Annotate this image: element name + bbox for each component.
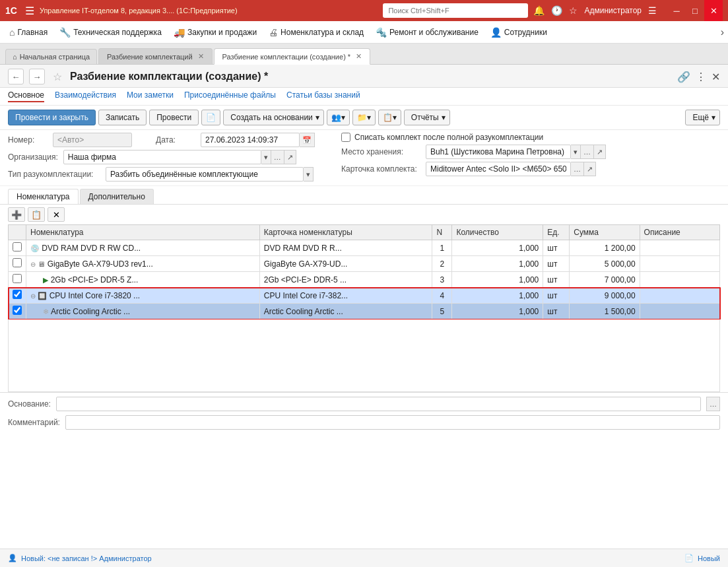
- row2-checkbox[interactable]: [13, 258, 22, 267]
- tab-home[interactable]: ⌂ Начальная страница: [5, 49, 97, 64]
- kit-input[interactable]: [426, 162, 571, 176]
- maximize-button[interactable]: □: [686, 0, 704, 21]
- table-row[interactable]: 💿 DVD RAM DVD R RW CD... DVD RAM DVD R R…: [9, 240, 720, 256]
- basis-label: Основание:: [8, 399, 51, 409]
- kit-more[interactable]: …: [571, 162, 584, 176]
- notification-icon[interactable]: 🔔: [533, 5, 545, 16]
- search-input[interactable]: [383, 3, 528, 18]
- storage-input-group: ▾ … ↗: [426, 145, 606, 159]
- folder-button[interactable]: 📁▾: [352, 110, 376, 125]
- save-button[interactable]: Записать: [98, 110, 147, 125]
- forward-button[interactable]: →: [29, 69, 45, 84]
- menu-home[interactable]: ⌂ Главная: [4, 24, 53, 40]
- col-qty: Количество: [452, 225, 543, 240]
- menu-staff[interactable]: 👤 Сотрудники: [485, 24, 552, 40]
- menu-more-icon[interactable]: ›: [721, 26, 724, 38]
- tab-nomenclature[interactable]: Номенклатура: [8, 189, 79, 204]
- comment-input[interactable]: [65, 415, 720, 430]
- tab-disassembly-create-close[interactable]: ✕: [356, 52, 362, 61]
- close-button[interactable]: ✕: [704, 0, 723, 21]
- table-row[interactable]: ❄ Arctic Cooling Arctic ... Arctic Cooli…: [9, 304, 720, 319]
- user-menu-icon[interactable]: ☰: [648, 5, 657, 16]
- row4-card: CPU Intel Core i7-382...: [259, 288, 432, 304]
- menu-catalog[interactable]: 🖨 Номенклатура и склад: [263, 24, 369, 40]
- date-picker-button[interactable]: 📅: [300, 133, 315, 147]
- link-knowledge[interactable]: Статьи базы знаний: [286, 90, 360, 102]
- link-vzaimod[interactable]: Взаимодействия: [55, 90, 116, 102]
- org-link-button[interactable]: ↗: [284, 150, 296, 164]
- back-button[interactable]: ←: [8, 69, 24, 84]
- table-row[interactable]: ⊖ 🔲 CPU Intel Core i7-3820 ... CPU Intel…: [9, 288, 720, 304]
- link-files[interactable]: Присоединённые файлы: [184, 90, 276, 102]
- more-button[interactable]: Ещё ▾: [685, 110, 720, 125]
- col-n: N: [432, 225, 452, 240]
- disassembly-type-dropdown[interactable]: ▾: [304, 167, 314, 182]
- number-input[interactable]: [53, 133, 132, 147]
- row1-unit: шт: [543, 240, 570, 256]
- date-input[interactable]: [201, 133, 300, 147]
- row4-unit: шт: [543, 288, 570, 304]
- menu-support[interactable]: 🔧 Техническая поддержка: [54, 24, 167, 40]
- link-notes[interactable]: Мои заметки: [127, 90, 174, 102]
- copy-row-button[interactable]: 📋: [28, 207, 45, 222]
- add-row-button[interactable]: ➕: [8, 207, 25, 222]
- table-header: Номенклатура Карточка номенклатуры N Кол…: [9, 225, 720, 240]
- org-input[interactable]: [63, 150, 261, 164]
- save-close-button[interactable]: Провести и закрыть: [8, 110, 96, 125]
- table-empty-space: [8, 319, 720, 392]
- disassembly-type-input[interactable]: [106, 167, 304, 182]
- basis-input[interactable]: [56, 397, 701, 411]
- favorite-icon[interactable]: ☆: [53, 71, 62, 83]
- kit-link[interactable]: ↗: [584, 162, 596, 176]
- row3-checkbox[interactable]: [13, 274, 22, 283]
- link-icon[interactable]: 🔗: [677, 71, 690, 83]
- post-button[interactable]: Провести: [149, 110, 199, 125]
- row2-amount: 5 000,00: [570, 256, 640, 272]
- delete-row-button[interactable]: ✕: [48, 207, 65, 222]
- doc-format-button[interactable]: 📄: [201, 110, 220, 125]
- row4-check-cell: [9, 288, 26, 304]
- tab-additional[interactable]: Дополнительно: [80, 189, 154, 204]
- basis-more-button[interactable]: …: [706, 397, 720, 411]
- row5-icon: ❄: [43, 308, 49, 316]
- table-body: 💿 DVD RAM DVD R RW CD... DVD RAM DVD R R…: [9, 240, 720, 319]
- table-row[interactable]: ▶ 2Gb <PCI-E> DDR-5 Z... 2Gb <PCI-E> DDR…: [9, 272, 720, 288]
- menu-repair[interactable]: 🔩 Ремонт и обслуживание: [370, 24, 484, 40]
- storage-link[interactable]: ↗: [594, 145, 606, 159]
- statusbar-user-link[interactable]: Новый: <не записан !> Администратор: [21, 554, 152, 562]
- org-dropdown-button[interactable]: ▾: [261, 150, 271, 164]
- tab-disassembly-list[interactable]: Разбиение комплектаций ✕: [98, 48, 213, 64]
- menu-repair-label: Ремонт и обслуживание: [389, 28, 479, 37]
- menu-sales-label: Закупки и продажи: [187, 28, 257, 37]
- org-more-button[interactable]: …: [271, 150, 284, 164]
- reports-label: Отчёты: [411, 113, 439, 122]
- storage-input[interactable]: [426, 145, 571, 159]
- user-group-button[interactable]: 👥▾: [327, 110, 350, 125]
- reports-button[interactable]: Отчёты ▾: [404, 110, 450, 125]
- close-doc-icon[interactable]: ✕: [711, 71, 720, 83]
- row4-checkbox[interactable]: [13, 290, 22, 299]
- menu-sales[interactable]: 🚚 Закупки и продажи: [168, 24, 262, 40]
- link-osnov[interactable]: Основное: [8, 90, 44, 102]
- storage-more[interactable]: …: [581, 145, 594, 159]
- create-basis-button[interactable]: Создать на основании ▾: [223, 110, 324, 125]
- menubar: ⌂ Главная 🔧 Техническая поддержка 🚚 Заку…: [0, 21, 728, 44]
- row1-amount: 1 200,00: [570, 240, 640, 256]
- menu-support-label: Техническая поддержка: [73, 28, 162, 37]
- tab-disassembly-create[interactable]: Разбиение комплектации (создание) * ✕: [214, 48, 371, 65]
- storage-dropdown[interactable]: ▾: [571, 145, 581, 159]
- table-row[interactable]: ⊖ 🖥 GigaByte GA-X79-UD3 rev1... GigaByte…: [9, 256, 720, 272]
- bookmark-icon[interactable]: ☆: [569, 5, 578, 16]
- app-name: Управление IT-отделом 8, редакция 3.... …: [40, 7, 378, 15]
- history-icon[interactable]: 🕐: [551, 5, 562, 16]
- writeoff-checkbox[interactable]: [341, 133, 350, 142]
- row1-checkbox[interactable]: [13, 242, 22, 251]
- more-icon[interactable]: ⋮: [696, 71, 706, 83]
- row5-checkbox[interactable]: [13, 306, 22, 315]
- hamburger-icon[interactable]: ☰: [25, 5, 34, 17]
- tab-disassembly-list-close[interactable]: ✕: [198, 52, 204, 61]
- table-button[interactable]: 📋▾: [378, 110, 401, 125]
- row3-check-cell: [9, 272, 26, 288]
- table-toolbar: ➕ 📋 ✕: [0, 205, 728, 224]
- minimize-button[interactable]: ─: [667, 0, 686, 21]
